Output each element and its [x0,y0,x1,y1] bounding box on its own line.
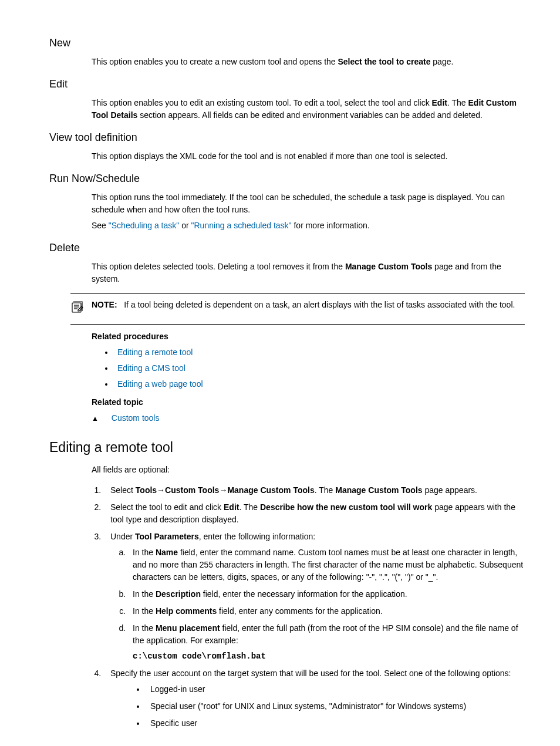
heading-editing-remote-tool: Editing a remote tool [49,437,525,458]
text: section appears. All fields can be edite… [137,110,483,120]
bold: Description [156,589,201,599]
text: field, enter the command name. Custom to… [133,548,523,582]
divider [70,324,525,325]
list-item: Editing a CMS tool [114,362,525,374]
link-editing-web-page-tool[interactable]: Editing a web page tool [117,379,203,389]
text: This option deletes selected tools. Dele… [92,262,345,271]
bold: Custom Tools [165,485,219,495]
text: page appears. [423,485,477,495]
text: In the [133,623,156,633]
substeps: In the Name field, enter the command nam… [128,546,525,663]
heading-new: New [49,35,525,51]
body-new: This option enables you to create a new … [92,56,525,68]
intro-text: All fields are optional: [92,464,525,476]
text: This option displays the XML code for th… [92,150,525,163]
related-procedures-list: Editing a remote tool Editing a CMS tool… [114,346,525,390]
note-block: NOTE: If a tool being deleted is depende… [70,293,525,325]
text: or [179,221,191,230]
divider [70,293,525,294]
body-delete: This option deletes selected tools. Dele… [92,261,525,285]
text: field, enter the necessary information f… [201,589,407,599]
substep-a: In the Name field, enter the command nam… [128,546,525,583]
link-running-scheduled-task[interactable]: "Running a scheduled task" [191,221,292,230]
text: . The [239,502,260,512]
body-run: This option runs the tool immediately. I… [92,191,525,232]
list-item: Specific user [146,717,525,730]
step-3: Under Tool Parameters, enter the followi… [103,531,525,663]
bold: Edit [432,98,447,107]
text: page. [430,57,453,66]
body-view: This option displays the XML code for th… [92,150,525,163]
list-item: Editing a web page tool [114,378,525,390]
heading-edit: Edit [49,76,525,92]
note-label: NOTE: [92,300,117,309]
note-text: If a tool being deleted is dependent on … [124,300,515,309]
bold: Select the tool to create [338,57,431,66]
related-procedures-heading: Related procedures [92,330,525,343]
text: All fields are optional: [92,464,525,476]
bold: Manage Custom Tools [227,485,314,495]
text: field, enter any comments for the applic… [217,606,382,616]
user-options: Logged-in user Special user ("root" for … [146,683,525,730]
link-custom-tools[interactable]: Custom tools [112,413,160,423]
arrow: → [157,485,165,495]
step-1: Select Tools→Custom Tools→Manage Custom … [103,484,525,497]
link-editing-cms-tool[interactable]: Editing a CMS tool [117,363,185,373]
text: This option enables you to create a new … [92,57,338,66]
step-4: Specify the user account on the target s… [103,667,525,730]
arrow: → [219,485,227,495]
steps-list: Select Tools→Custom Tools→Manage Custom … [103,484,525,730]
related-topic-item: Custom tools [92,412,525,424]
body-edit: This option enables you to edit an exist… [92,97,525,121]
heading-run: Run Now/Schedule [49,171,525,187]
bold: Tools [136,485,157,495]
step-2: Select the tool to edit and click Edit. … [103,501,525,526]
text: In the [133,589,156,599]
text: See [92,221,109,230]
substep-c: In the Help comments field, enter any co… [128,605,525,617]
bold: Tool Parameters [135,532,199,541]
link-editing-remote-tool[interactable]: Editing a remote tool [117,347,193,357]
bold: Manage Custom Tools [335,485,422,495]
bold: Edit [224,502,239,512]
text: Specify the user account on the target s… [110,669,511,678]
text: Select [110,485,136,495]
list-item: Logged-in user [146,683,525,696]
text: This option enables you to edit an exist… [92,98,432,107]
text: , enter the following information: [199,532,315,541]
bold: Manage Custom Tools [345,262,432,271]
text: Select the tool to edit and click [110,502,224,512]
text: This option runs the tool immediately. I… [92,191,525,216]
text: for more information. [292,221,370,230]
text: Under [110,532,135,541]
substep-d: In the Menu placement field, enter the f… [128,622,525,663]
text: In the [133,548,156,557]
list-item: Special user ("root" for UNIX and Linux … [146,700,525,713]
bold: Describe how the new custom tool will wo… [260,502,432,512]
substep-b: In the Description field, enter the nece… [128,588,525,600]
list-item: Editing a remote tool [114,346,525,359]
text: In the [133,606,156,616]
related-topic-heading: Related topic [92,396,525,409]
code-example: c:\custom code\romflash.bat [133,650,525,663]
heading-view: View tool definition [49,130,525,146]
text: . The [447,98,468,107]
bold: Name [156,548,178,557]
link-scheduling-task[interactable]: "Scheduling a task" [109,221,179,230]
heading-delete: Delete [49,240,525,256]
bold: Menu placement [156,623,220,633]
bold: Help comments [156,606,217,616]
note-icon [70,299,92,319]
text: . The [315,485,336,495]
